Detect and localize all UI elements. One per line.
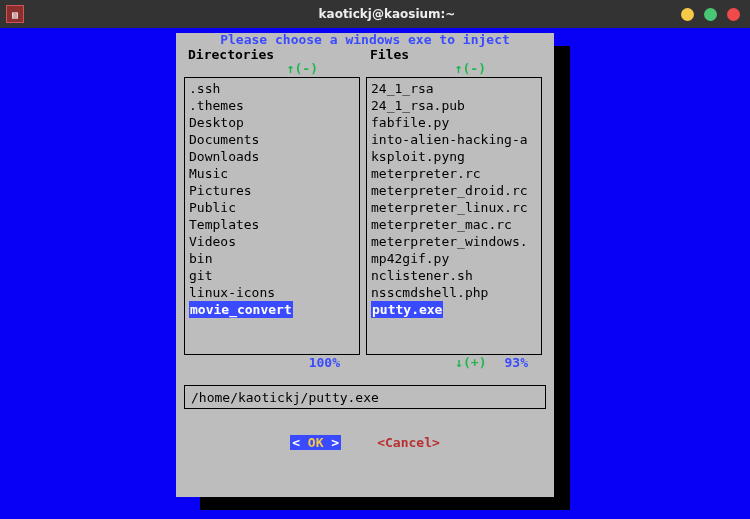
scroll-indicators-top: ↑(-) ↑(-) — [184, 62, 546, 75]
directory-item[interactable]: Downloads — [189, 148, 355, 165]
file-item[interactable]: meterpreter_mac.rc — [371, 216, 537, 233]
directory-item[interactable]: bin — [189, 250, 355, 267]
directory-item[interactable]: Videos — [189, 233, 355, 250]
window-titlebar: ▧ kaotickj@kaosium:~ — [0, 0, 750, 28]
directory-item[interactable]: movie_convert — [189, 301, 293, 318]
directories-header: Directories — [184, 47, 366, 62]
ok-button[interactable]: < OK > — [290, 435, 341, 450]
column-headers: Directories Files — [184, 47, 546, 62]
scroll-footer: 100% ↓(+) 93% — [184, 356, 546, 370]
file-item[interactable]: meterpreter_windows. — [371, 233, 537, 250]
file-item[interactable]: meterpreter.rc — [371, 165, 537, 182]
directory-item[interactable]: linux-icons — [189, 284, 355, 301]
file-item[interactable]: meterpreter_droid.rc — [371, 182, 537, 199]
file-item[interactable]: nsscmdshell.php — [371, 284, 537, 301]
files-header: Files — [366, 47, 546, 62]
path-input[interactable]: /home/kaotickj/putty.exe — [184, 385, 546, 409]
directories-panel[interactable]: .ssh.themesDesktopDocumentsDownloadsMusi… — [184, 77, 360, 355]
files-scroll-down-icon: ↓(+) — [455, 356, 486, 370]
file-item[interactable]: putty.exe — [371, 301, 443, 318]
file-item[interactable]: 24_1_rsa — [371, 80, 537, 97]
app-icon: ▧ — [6, 5, 24, 23]
minimize-button[interactable] — [681, 8, 694, 21]
window-controls — [681, 8, 740, 21]
dialog-buttons: < OK > <Cancel> — [184, 435, 546, 450]
path-value: /home/kaotickj/putty.exe — [191, 390, 379, 405]
terminal-area: Please choose a windows exe to inject Di… — [0, 28, 750, 519]
files-panel[interactable]: 24_1_rsa24_1_rsa.pubfabfile.pyinto-alien… — [366, 77, 542, 355]
window-title: kaotickj@kaosium:~ — [24, 7, 750, 21]
directory-item[interactable]: git — [189, 267, 355, 284]
directory-item[interactable]: Public — [189, 199, 355, 216]
file-item[interactable]: ksploit.pyng — [371, 148, 537, 165]
maximize-button[interactable] — [704, 8, 717, 21]
file-item[interactable]: fabfile.py — [371, 114, 537, 131]
dialog-title: Please choose a windows exe to inject — [184, 33, 546, 47]
files-percent: 93% — [505, 356, 528, 370]
file-item[interactable]: meterpreter_linux.rc — [371, 199, 537, 216]
directory-item[interactable]: Desktop — [189, 114, 355, 131]
directory-item[interactable]: .themes — [189, 97, 355, 114]
files-scroll-up-icon: ↑(-) — [366, 62, 546, 75]
close-button[interactable] — [727, 8, 740, 21]
directory-item[interactable]: .ssh — [189, 80, 355, 97]
directory-item[interactable]: Documents — [189, 131, 355, 148]
dir-scroll-up-icon: ↑(-) — [184, 62, 366, 75]
cancel-button[interactable]: <Cancel> — [377, 435, 440, 450]
directory-item[interactable]: Templates — [189, 216, 355, 233]
file-select-dialog: Please choose a windows exe to inject Di… — [176, 33, 554, 497]
dir-percent: 100% — [184, 356, 366, 370]
directory-item[interactable]: Pictures — [189, 182, 355, 199]
file-item[interactable]: into-alien-hacking-a — [371, 131, 537, 148]
file-item[interactable]: nclistener.sh — [371, 267, 537, 284]
file-item[interactable]: 24_1_rsa.pub — [371, 97, 537, 114]
file-item[interactable]: mp42gif.py — [371, 250, 537, 267]
directory-item[interactable]: Music — [189, 165, 355, 182]
